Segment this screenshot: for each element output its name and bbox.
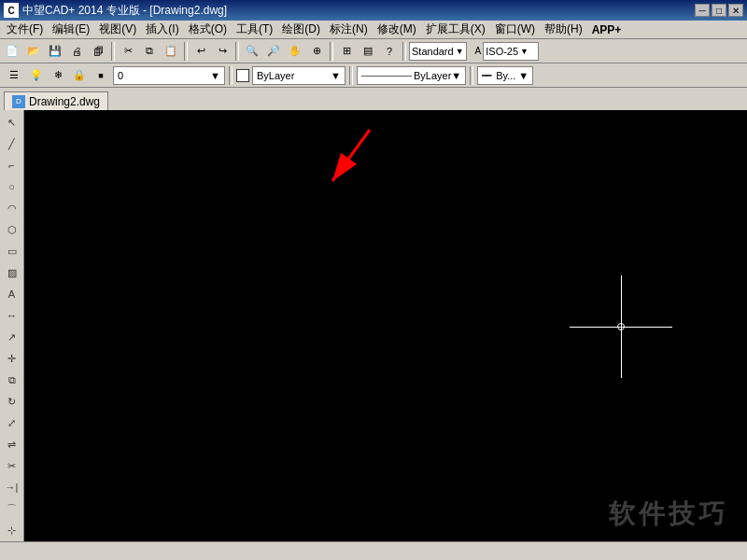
tab-icon: D <box>12 95 25 108</box>
svg-line-1 <box>332 130 370 181</box>
title-bar: C 中望CAD+ 2014 专业版 - [Drawing2.dwg] ─ □ ✕ <box>0 0 747 21</box>
print-button[interactable]: 🖨 <box>66 41 87 62</box>
menu-item-tools[interactable]: 工具(T) <box>232 21 277 38</box>
scale-button[interactable]: ⤢ <box>2 413 22 433</box>
menu-item-dimension[interactable]: 标注(N) <box>325 21 373 38</box>
properties-button[interactable]: ⊞ <box>336 41 357 62</box>
undo-button[interactable]: ↩ <box>190 41 211 62</box>
left-toolbar: ↖ ╱ ⌐ ○ ◠ ⬡ ▭ ▨ A ↔ ↗ ✛ ⧉ ↻ ⤢ ⇌ ✂ →| ⌒ ⊹ <box>0 110 24 560</box>
separator5 <box>402 42 406 61</box>
lineweight-line: ━━ <box>482 71 491 80</box>
separator6 <box>229 66 233 85</box>
layer-color-icon[interactable]: ■ <box>91 65 111 86</box>
move-button[interactable]: ✛ <box>2 348 22 369</box>
crosshair <box>607 313 635 341</box>
rectangle-button[interactable]: ▭ <box>2 241 22 261</box>
color-section: ByLayer ▼ <box>236 66 345 85</box>
tab-label: Drawing2.dwg <box>29 95 100 108</box>
toolbar1: 📄 📂 💾 🖨 🗐 ✂ ⧉ 📋 ↩ ↪ 🔍 🔎 ✋ ⊕ ⊞ ▤ ? Standa… <box>0 39 747 63</box>
title-controls: ─ □ ✕ <box>695 4 743 17</box>
paste-button[interactable]: 📋 <box>161 41 181 62</box>
color-dropdown[interactable]: ByLayer ▼ <box>252 66 345 85</box>
toolbar2: ☰ 💡 ❄ 🔒 ■ 0 ▼ ByLayer ▼ —————— ByLayer ▼… <box>0 63 747 88</box>
iso-dropdown[interactable]: ISO-25 ▼ <box>483 42 539 61</box>
arrow-annotation <box>24 110 747 560</box>
linetype-dropdown[interactable]: —————— ByLayer ▼ <box>357 66 466 85</box>
menu-item-file[interactable]: 文件(F) <box>2 21 48 38</box>
menu-item-insert[interactable]: 插入(I) <box>141 21 183 38</box>
status-bar <box>0 541 747 560</box>
zoom-window-button[interactable]: 🔍 <box>242 41 262 62</box>
menu-item-view[interactable]: 视图(V) <box>94 21 141 38</box>
pan-button[interactable]: ✋ <box>285 41 305 62</box>
watermark: 软件技巧 <box>609 497 728 532</box>
explode-button[interactable]: ⊹ <box>2 520 22 540</box>
layer-lock-icon[interactable]: 🔒 <box>69 65 90 86</box>
text-height-label: A <box>474 41 483 62</box>
copy-button[interactable]: ⧉ <box>139 41 160 62</box>
line-button[interactable]: ╱ <box>2 133 22 154</box>
select-button[interactable]: ↖ <box>2 112 22 133</box>
leader-button[interactable]: ↗ <box>2 327 22 347</box>
menu-item-format[interactable]: 格式(O) <box>184 21 232 38</box>
drawing-tab[interactable]: D Drawing2.dwg <box>4 91 108 110</box>
separator4 <box>330 42 333 61</box>
menu-item-edit[interactable]: 编辑(E) <box>48 21 94 38</box>
layer-icons: 💡 ❄ 🔒 ■ <box>26 65 111 86</box>
maximize-button[interactable]: □ <box>712 4 726 17</box>
menu-item-draw[interactable]: 绘图(D) <box>277 21 325 38</box>
open-button[interactable]: 📂 <box>23 41 44 62</box>
separator1 <box>111 42 115 61</box>
linetype-dropdown-arrow: ▼ <box>451 70 461 81</box>
menu-item-app[interactable]: APP+ <box>587 22 627 37</box>
text-button[interactable]: A <box>2 284 22 304</box>
color-swatch[interactable] <box>236 69 249 82</box>
fillet-button[interactable]: ⌒ <box>2 498 22 519</box>
crosshair-circle <box>617 323 625 330</box>
close-button[interactable]: ✕ <box>728 4 743 17</box>
menu-item-modify[interactable]: 修改(M) <box>373 21 421 38</box>
layer-dropdown[interactable]: 0 ▼ <box>113 66 225 85</box>
tab-bar: D Drawing2.dwg <box>0 88 747 110</box>
separator2 <box>184 42 188 61</box>
extend-button[interactable]: →| <box>2 477 22 497</box>
app-icon: C <box>4 3 19 18</box>
canvas-area[interactable]: 软件技巧 <box>24 110 747 560</box>
style-dropdown-arrow: ▼ <box>456 47 464 56</box>
menu-item-window[interactable]: 窗口(W) <box>490 21 540 38</box>
arc-button[interactable]: ◠ <box>2 198 22 218</box>
polygon-button[interactable]: ⬡ <box>2 219 22 240</box>
separator8 <box>470 66 473 85</box>
hatch-button[interactable]: ▨ <box>2 262 22 283</box>
new-button[interactable]: 📄 <box>2 41 22 62</box>
polyline-button[interactable]: ⌐ <box>2 155 22 175</box>
menu-item-help[interactable]: 帮助(H) <box>540 21 587 38</box>
lineweight-dropdown[interactable]: ━━ By... ▼ <box>477 66 533 85</box>
cut-button[interactable]: ✂ <box>118 41 138 62</box>
mirror-button[interactable]: ⇌ <box>2 434 22 455</box>
title-text: 中望CAD+ 2014 专业版 - [Drawing2.dwg] <box>22 3 695 19</box>
dimension-button[interactable]: ↔ <box>2 305 22 326</box>
rotate-button[interactable]: ↻ <box>2 391 22 412</box>
color-dropdown-arrow: ▼ <box>331 70 341 81</box>
circle-button[interactable]: ○ <box>2 176 22 197</box>
menu-item-extools[interactable]: 扩展工具(X) <box>421 21 490 38</box>
layer-freeze-icon[interactable]: ❄ <box>48 65 68 86</box>
help-button[interactable]: ? <box>379 41 400 62</box>
main-area: ↖ ╱ ⌐ ○ ◠ ⬡ ▭ ▨ A ↔ ↗ ✛ ⧉ ↻ ⤢ ⇌ ✂ →| ⌒ ⊹ <box>0 110 747 560</box>
trim-button[interactable]: ✂ <box>2 455 22 476</box>
text-style-dropdown[interactable]: Standard ▼ <box>409 42 467 61</box>
layer-state-button[interactable]: ☰ <box>4 65 24 86</box>
lineweight-dropdown-arrow: ▼ <box>518 70 529 81</box>
redo-button[interactable]: ↪ <box>212 41 233 62</box>
layer-visible-icon[interactable]: 💡 <box>26 65 47 86</box>
copy-obj-button[interactable]: ⧉ <box>2 370 22 390</box>
layer-manager-button[interactable]: ▤ <box>358 41 378 62</box>
minimize-button[interactable]: ─ <box>695 4 710 17</box>
menu-bar: 文件(F)编辑(E)视图(V)插入(I)格式(O)工具(T)绘图(D)标注(N)… <box>0 21 747 39</box>
save-button[interactable]: 💾 <box>45 41 65 62</box>
linetype-line: —————— <box>361 71 412 80</box>
zoom-realtime-button[interactable]: 🔎 <box>263 41 284 62</box>
print-preview-button[interactable]: 🗐 <box>88 41 108 62</box>
zoom-extents-button[interactable]: ⊕ <box>306 41 327 62</box>
